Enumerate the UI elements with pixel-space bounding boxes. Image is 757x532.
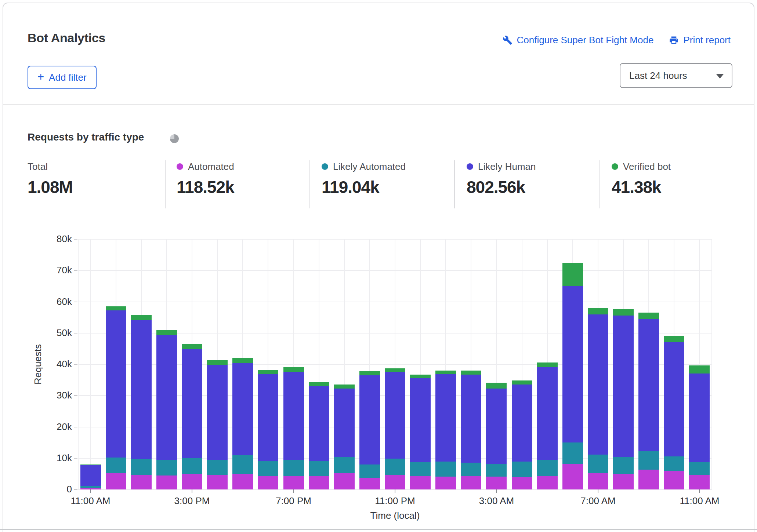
bar-segment-automated bbox=[537, 476, 558, 490]
chart-bar bbox=[156, 330, 177, 489]
bar-segment-likely-automated bbox=[461, 463, 481, 476]
chart-bar bbox=[435, 371, 456, 489]
chart-bar bbox=[182, 344, 202, 489]
header-actions: Configure Super Bot Fight Mode Print rep… bbox=[503, 34, 731, 46]
chart-bar bbox=[131, 315, 152, 489]
x-axis-tick bbox=[699, 489, 700, 493]
bar-segment-automated bbox=[156, 475, 177, 489]
chart-bar bbox=[410, 375, 431, 489]
bar-segment-automated bbox=[182, 474, 202, 489]
add-filter-label: Add filter bbox=[49, 72, 87, 83]
v-gridline bbox=[78, 239, 79, 489]
chart-bar bbox=[258, 370, 278, 489]
bar-segment-likely-human bbox=[638, 319, 659, 451]
bar-segment-likely-automated bbox=[435, 462, 456, 477]
bar-segment-automated bbox=[385, 475, 405, 489]
bar-segment-likely-automated bbox=[689, 462, 710, 475]
y-tick-label: 60k bbox=[0, 296, 72, 307]
y-axis-tick bbox=[74, 239, 77, 240]
bar-segment-verified-bot bbox=[283, 367, 304, 372]
y-axis-tick bbox=[74, 458, 77, 459]
bar-segment-likely-automated bbox=[309, 461, 329, 476]
stat-verified-bot: Verified bot 41.38k bbox=[612, 161, 671, 197]
chevron-down-icon bbox=[716, 74, 724, 79]
wrench-icon bbox=[503, 35, 512, 45]
bar-segment-likely-automated bbox=[537, 460, 558, 476]
x-tick-label: 3:00 AM bbox=[479, 495, 514, 507]
bar-segment-likely-automated bbox=[588, 455, 608, 473]
chart-bar bbox=[309, 382, 329, 489]
bar-segment-verified-bot bbox=[359, 371, 380, 375]
y-axis-tick bbox=[74, 270, 77, 271]
bar-segment-automated bbox=[334, 473, 355, 489]
stat-verified-bot-label: Verified bot bbox=[623, 161, 671, 172]
chart-bar bbox=[461, 371, 481, 489]
x-axis-tick bbox=[293, 489, 294, 493]
stat-divider bbox=[599, 160, 600, 208]
x-axis-tick bbox=[598, 489, 598, 493]
bar-segment-automated bbox=[435, 477, 456, 489]
bar-segment-automated bbox=[309, 476, 329, 489]
stat-automated-label: Automated bbox=[188, 161, 234, 172]
y-tick-label: 70k bbox=[0, 265, 72, 276]
chart-bar bbox=[106, 306, 126, 489]
stat-automated-value: 118.52k bbox=[177, 177, 234, 197]
stat-likely-human-value: 802.56k bbox=[467, 177, 536, 197]
chart-bar bbox=[232, 358, 253, 489]
stat-automated: Automated 118.52k bbox=[177, 161, 234, 197]
x-tick-label: 11:00 PM bbox=[375, 495, 415, 507]
y-tick-label: 10k bbox=[0, 452, 72, 464]
bar-segment-verified-bot bbox=[410, 375, 431, 378]
stat-likely-automated-label: Likely Automated bbox=[333, 161, 406, 172]
y-axis-tick bbox=[74, 302, 77, 302]
bar-segment-verified-bot bbox=[207, 360, 228, 365]
bar-segment-verified-bot bbox=[232, 358, 253, 363]
x-tick-label: 11:00 AM bbox=[680, 495, 719, 507]
chart-bar bbox=[385, 368, 405, 489]
y-tick-label: 20k bbox=[0, 421, 72, 433]
print-link-label: Print report bbox=[683, 34, 731, 46]
pie-chart-icon bbox=[170, 134, 179, 143]
bar-segment-verified-bot bbox=[131, 315, 152, 320]
bar-segment-likely-automated bbox=[334, 457, 355, 473]
bar-segment-likely-human bbox=[156, 335, 177, 460]
chart-bar bbox=[486, 383, 507, 489]
bar-segment-likely-human bbox=[664, 342, 684, 456]
chart-bar bbox=[283, 367, 304, 489]
bar-segment-automated bbox=[258, 476, 278, 489]
bar-segment-automated bbox=[613, 474, 634, 489]
bar-segment-verified-bot bbox=[588, 308, 608, 314]
bar-segment-verified-bot bbox=[562, 263, 583, 286]
bar-segment-likely-automated bbox=[410, 462, 431, 476]
bar-segment-likely-human bbox=[334, 389, 355, 458]
bar-segment-likely-automated bbox=[613, 457, 634, 474]
chart-bar bbox=[613, 309, 634, 489]
print-report-link[interactable]: Print report bbox=[669, 34, 731, 46]
bar-segment-likely-automated bbox=[638, 451, 659, 470]
stat-total: Total 1.08M bbox=[28, 161, 73, 197]
stat-divider bbox=[165, 160, 166, 208]
time-range-select[interactable]: Last 24 hours bbox=[620, 63, 732, 88]
bar-segment-likely-human bbox=[131, 320, 152, 459]
x-axis-tick bbox=[395, 489, 395, 493]
bar-segment-verified-bot bbox=[435, 371, 456, 374]
stat-divider bbox=[309, 160, 310, 208]
bar-segment-likely-human bbox=[309, 386, 329, 461]
v-gridline bbox=[711, 239, 712, 489]
y-axis-tick bbox=[74, 333, 77, 334]
verified-bot-legend-dot bbox=[612, 163, 618, 170]
bar-segment-likely-human bbox=[410, 378, 431, 462]
configure-super-bot-fight-mode-link[interactable]: Configure Super Bot Fight Mode bbox=[503, 34, 654, 46]
bar-segment-verified-bot bbox=[385, 368, 405, 372]
stat-divider bbox=[454, 160, 455, 208]
bar-segment-verified-bot bbox=[106, 306, 126, 310]
bar-segment-automated bbox=[512, 477, 532, 489]
bar-segment-likely-automated bbox=[156, 460, 177, 475]
bar-segment-automated bbox=[106, 473, 126, 489]
bar-segment-likely-automated bbox=[512, 462, 532, 477]
bar-segment-likely-automated bbox=[486, 464, 507, 477]
add-filter-button[interactable]: + Add filter bbox=[28, 66, 97, 89]
bar-segment-likely-automated bbox=[232, 455, 253, 474]
chart-bar bbox=[689, 365, 710, 489]
x-axis-label: Time (local) bbox=[370, 510, 420, 521]
